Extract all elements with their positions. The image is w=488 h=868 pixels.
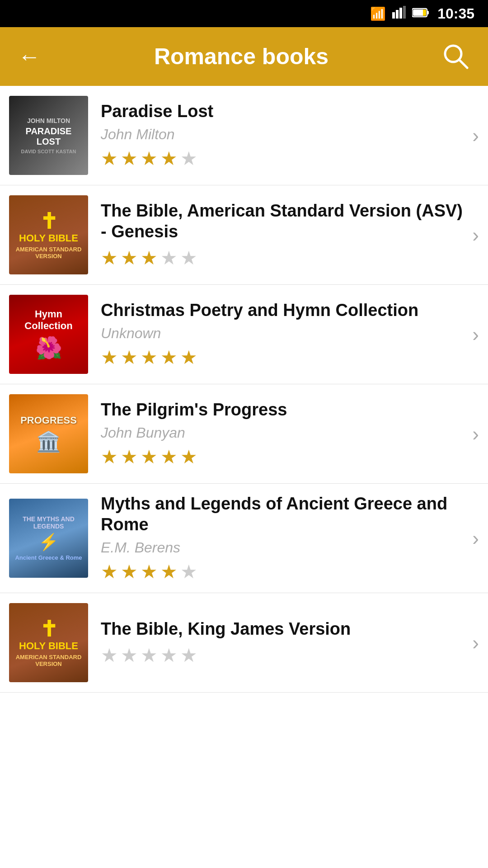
book-rating: ★★★★★: [101, 147, 467, 170]
star-5: ★: [180, 247, 197, 269]
book-cover: ✝ HOLY BIBLE AMERICAN STANDARD VERSION: [9, 603, 88, 682]
list-item[interactable]: PROGRESS 🏛️ The Pilgrim's Progress John …: [0, 384, 488, 484]
book-title: Paradise Lost: [101, 101, 467, 122]
book-cover: Hymn Collection 🌺: [9, 295, 88, 374]
list-item[interactable]: JOHN MILTON PARADISE LOST DAVID SCOTT KA…: [0, 86, 488, 185]
star-2: ★: [121, 346, 138, 368]
star-4: ★: [160, 247, 178, 269]
book-info: Paradise Lost John Milton ★★★★★: [101, 101, 467, 170]
book-rating: ★★★★★: [101, 561, 467, 583]
svg-rect-3: [403, 6, 406, 19]
star-2: ★: [121, 644, 138, 666]
book-cover: THE MYTHS AND LEGENDS ⚡ Ancient Greece &…: [9, 499, 88, 578]
chevron-right-icon: ›: [472, 323, 479, 346]
svg-line-9: [459, 60, 467, 68]
book-rating: ★★★★★: [101, 247, 467, 269]
star-1: ★: [101, 446, 118, 468]
back-button[interactable]: ←: [14, 39, 45, 74]
star-4: ★: [160, 644, 178, 666]
app-bar: ← Romance books: [0, 27, 488, 86]
book-author: John Milton: [101, 126, 467, 143]
star-4: ★: [160, 446, 178, 468]
chevron-right-icon: ›: [472, 124, 479, 147]
book-title: Myths and Legends of Ancient Greece and …: [101, 494, 467, 535]
svg-rect-2: [399, 8, 402, 19]
star-4: ★: [160, 346, 178, 368]
star-2: ★: [121, 147, 138, 170]
search-button[interactable]: [437, 38, 474, 75]
book-author: E.M. Berens: [101, 539, 467, 556]
star-3: ★: [141, 446, 158, 468]
star-5: ★: [180, 346, 197, 368]
status-time: 10:35: [437, 5, 474, 22]
book-author: John Bunyan: [101, 425, 467, 441]
svg-rect-5: [427, 11, 429, 14]
chevron-right-icon: ›: [472, 632, 479, 654]
book-title: The Bible, American Standard Version (AS…: [101, 201, 467, 242]
star-5: ★: [180, 446, 197, 468]
star-3: ★: [141, 561, 158, 583]
star-3: ★: [141, 346, 158, 368]
book-title: Christmas Poetry and Hymn Collection: [101, 300, 467, 321]
book-info: Christmas Poetry and Hymn Collection Unk…: [101, 300, 467, 369]
star-2: ★: [121, 561, 138, 583]
list-item[interactable]: ✝ HOLY BIBLE AMERICAN STANDARD VERSION T…: [0, 593, 488, 693]
star-5: ★: [180, 561, 197, 583]
back-icon: ←: [18, 43, 41, 70]
star-1: ★: [101, 561, 118, 583]
svg-rect-1: [396, 10, 399, 19]
star-1: ★: [101, 644, 118, 666]
signal-icon: [392, 6, 406, 22]
book-info: The Bible, American Standard Version (AS…: [101, 201, 467, 269]
book-rating: ★★★★★: [101, 346, 467, 368]
chevron-right-icon: ›: [472, 423, 479, 445]
star-3: ★: [141, 644, 158, 666]
star-1: ★: [101, 147, 118, 170]
list-item[interactable]: THE MYTHS AND LEGENDS ⚡ Ancient Greece &…: [0, 484, 488, 593]
star-4: ★: [160, 561, 178, 583]
book-info: The Bible, King James Version ★★★★★: [101, 619, 467, 666]
book-author: Unknown: [101, 325, 467, 342]
book-rating: ★★★★★: [101, 446, 467, 468]
star-5: ★: [180, 644, 197, 666]
list-item[interactable]: ✝ HOLY BIBLE AMERICAN STANDARD VERSION T…: [0, 185, 488, 285]
list-item[interactable]: Hymn Collection 🌺 Christmas Poetry and H…: [0, 285, 488, 384]
wifi-icon: 📶: [370, 6, 386, 21]
star-2: ★: [121, 446, 138, 468]
svg-rect-7: [423, 9, 426, 16]
status-bar: 📶 10:35: [0, 0, 488, 27]
chevron-right-icon: ›: [472, 527, 479, 550]
book-rating: ★★★★★: [101, 644, 467, 666]
book-title: The Pilgrim's Progress: [101, 400, 467, 420]
search-icon: [442, 42, 470, 71]
book-info: The Pilgrim's Progress John Bunyan ★★★★★: [101, 400, 467, 468]
book-list: JOHN MILTON PARADISE LOST DAVID SCOTT KA…: [0, 86, 488, 693]
chevron-right-icon: ›: [472, 224, 479, 246]
svg-rect-0: [392, 12, 395, 19]
book-title: The Bible, King James Version: [101, 619, 467, 640]
page-title: Romance books: [54, 43, 428, 70]
star-4: ★: [160, 147, 178, 170]
book-cover: PROGRESS 🏛️: [9, 394, 88, 473]
battery-icon: [412, 6, 429, 21]
book-cover: JOHN MILTON PARADISE LOST DAVID SCOTT KA…: [9, 96, 88, 175]
star-3: ★: [141, 247, 158, 269]
star-5: ★: [180, 147, 197, 170]
star-3: ★: [141, 147, 158, 170]
book-cover: ✝ HOLY BIBLE AMERICAN STANDARD VERSION: [9, 195, 88, 274]
book-info: Myths and Legends of Ancient Greece and …: [101, 494, 467, 583]
star-2: ★: [121, 247, 138, 269]
star-1: ★: [101, 346, 118, 368]
status-icons: 📶: [370, 6, 429, 22]
star-1: ★: [101, 247, 118, 269]
